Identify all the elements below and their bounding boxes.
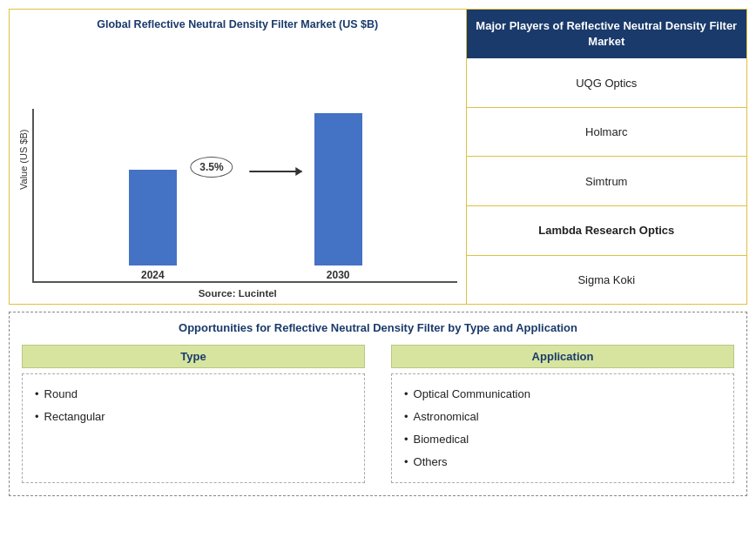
cagr-arrow <box>249 171 301 172</box>
player-item-3: Lambda Research Optics <box>467 206 746 256</box>
player-item-2: Simtrum <box>467 157 746 206</box>
bars-container: 3.5% 2024 2030 <box>32 109 457 283</box>
app-label-3: Others <box>414 451 448 474</box>
player-item-4: Sigma Koki <box>467 256 746 305</box>
application-body: • Optical Communication • Astronomical •… <box>391 373 734 483</box>
type-label-1: Rectangular <box>44 406 105 428</box>
bar-2030 <box>314 113 362 265</box>
player-item-1: Holmarc <box>467 108 746 158</box>
chart-inner: Value (US $B) 3.5% 2024 <box>18 36 457 283</box>
type-label-0: Round <box>44 383 78 406</box>
bullet-icon: • <box>35 406 39 428</box>
players-area: Major Players of Reflective Neutral Dens… <box>467 10 746 304</box>
app-item-0: • Optical Communication <box>404 383 721 406</box>
app-item-3: • Others <box>404 451 721 474</box>
bar-label-2024: 2024 <box>141 269 165 281</box>
bar-2024 <box>129 170 177 265</box>
top-section: Global Reflective Neutral Density Filter… <box>9 9 747 305</box>
player-item-0: UQG Optics <box>467 58 746 108</box>
bullet-icon: • <box>404 406 408 428</box>
chart-area: Global Reflective Neutral Density Filter… <box>10 10 467 304</box>
app-label-1: Astronomical <box>414 406 479 428</box>
bullet-icon: • <box>35 383 39 406</box>
bar-group-2024: 2024 <box>129 170 177 281</box>
players-header: Major Players of Reflective Neutral Dens… <box>467 10 746 58</box>
app-item-2: • Biomedical <box>404 428 721 451</box>
cagr-value: 3.5% <box>190 157 233 178</box>
application-column: Application • Optical Communication • As… <box>391 345 734 483</box>
y-axis-label: Value (US $B) <box>18 36 29 283</box>
type-body: • Round • Rectangular <box>22 373 365 483</box>
cagr-bubble: 3.5% <box>190 157 233 178</box>
source-text: Source: Lucintel <box>18 288 457 299</box>
type-column: Type • Round • Rectangular <box>22 345 365 483</box>
opportunities-title: Opportunities for Reflective Neutral Den… <box>22 321 734 334</box>
bar-label-2030: 2030 <box>327 269 350 281</box>
type-item-0: • Round <box>35 383 352 406</box>
bar-group-2030: 2030 <box>314 113 362 281</box>
bullet-icon: • <box>404 428 408 451</box>
main-container: Global Reflective Neutral Density Filter… <box>0 0 756 551</box>
app-label-2: Biomedical <box>414 428 469 451</box>
opp-columns: Type • Round • Rectangular Application <box>22 345 734 483</box>
app-item-1: • Astronomical <box>404 406 721 428</box>
players-list: UQG Optics Holmarc Simtrum Lambda Resear… <box>467 58 746 304</box>
app-label-0: Optical Communication <box>414 383 530 406</box>
bullet-icon: • <box>404 451 408 474</box>
bullet-icon: • <box>404 383 408 406</box>
type-header: Type <box>22 345 365 368</box>
bottom-section: Opportunities for Reflective Neutral Den… <box>9 312 747 496</box>
application-header: Application <box>391 345 734 368</box>
chart-plot: 3.5% 2024 2030 <box>32 36 457 283</box>
type-item-1: • Rectangular <box>35 406 352 428</box>
chart-title: Global Reflective Neutral Density Filter… <box>18 18 457 30</box>
